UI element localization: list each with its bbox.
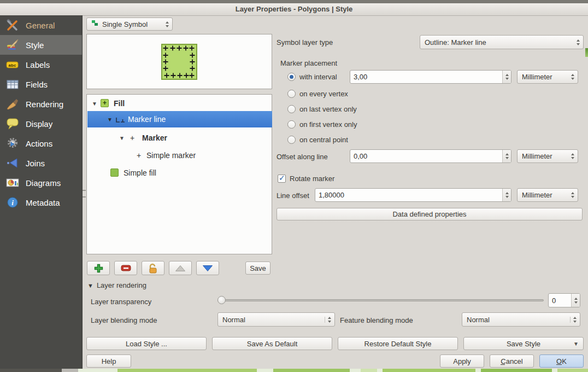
cancel-button[interactable]: Cancel bbox=[490, 354, 534, 368]
placement-option-first-vertex[interactable]: on first vertex only bbox=[287, 119, 357, 130]
tree-row-fill[interactable]: ▼ + Fill bbox=[87, 96, 272, 111]
interval-unit-combo[interactable]: Millimeter bbox=[517, 70, 578, 84]
offset-unit-combo[interactable]: Millimeter bbox=[517, 149, 578, 163]
radio-icon[interactable] bbox=[287, 90, 296, 98]
interval-input[interactable] bbox=[350, 71, 502, 83]
symbol-layer-type-combo[interactable]: Outline: Marker line bbox=[420, 35, 584, 49]
tree-row-label: Simple marker bbox=[146, 151, 196, 160]
data-defined-properties-button[interactable]: Data defined properties bbox=[277, 208, 583, 220]
radio-icon[interactable] bbox=[287, 105, 296, 113]
layer-properties-dialog: Layer Properties - Polygons | Style Gene… bbox=[0, 0, 588, 372]
placement-option-label: on every vertex bbox=[299, 90, 348, 98]
help-button[interactable]: Help bbox=[86, 354, 131, 368]
placement-option-central-point[interactable]: on central point bbox=[287, 134, 348, 145]
checkbox-icon[interactable] bbox=[278, 175, 286, 183]
expander-icon[interactable]: ▼ bbox=[119, 135, 125, 141]
save-as-default-label: Save As Default bbox=[247, 340, 298, 348]
expander-icon[interactable]: ▼ bbox=[92, 101, 97, 107]
placement-option-every-vertex[interactable]: on every vertex bbox=[287, 88, 348, 99]
remove-symbol-layer-button[interactable] bbox=[114, 261, 137, 275]
layer-transparency-label: Layer transparency bbox=[91, 298, 151, 306]
placement-option-with-interval[interactable]: with interval bbox=[287, 71, 337, 82]
sidebar-item-display[interactable]: Display bbox=[0, 114, 82, 133]
tree-row-simple-marker[interactable]: + Simple marker bbox=[87, 147, 272, 164]
sidebar-item-style[interactable]: Style bbox=[0, 35, 82, 55]
transparency-slider-track[interactable] bbox=[217, 299, 544, 301]
move-layer-up-button[interactable] bbox=[169, 261, 192, 275]
titlebar[interactable]: Layer Properties - Polygons | Style bbox=[0, 3, 588, 16]
combo-arrows-icon bbox=[571, 74, 574, 80]
offset-unit-value: Millimeter bbox=[522, 152, 569, 160]
offset-along-line-field[interactable] bbox=[350, 149, 511, 163]
transparency-input[interactable] bbox=[549, 294, 571, 307]
sidebar-item-general[interactable]: General bbox=[0, 15, 82, 35]
ok-button[interactable]: OK bbox=[539, 354, 584, 368]
lock-layer-button[interactable] bbox=[142, 261, 164, 275]
feature-blending-mode-combo[interactable]: Normal bbox=[462, 312, 580, 327]
rotate-marker-checkbox[interactable]: Rotate marker bbox=[278, 173, 334, 184]
interval-field[interactable] bbox=[350, 70, 511, 84]
line-offset-label: Line offset bbox=[277, 191, 309, 200]
radio-icon[interactable] bbox=[287, 120, 296, 129]
interval-spinner[interactable] bbox=[502, 71, 511, 83]
rotate-marker-label: Rotate marker bbox=[290, 175, 334, 183]
add-icon bbox=[94, 264, 103, 273]
splitter-grip[interactable] bbox=[83, 190, 86, 197]
load-style-button[interactable]: Load Style ... bbox=[86, 337, 207, 350]
restore-default-style-button[interactable]: Restore Default Style bbox=[338, 337, 458, 350]
line-offset-unit-combo[interactable]: Millimeter bbox=[517, 188, 578, 202]
speech-bubble-icon bbox=[5, 117, 20, 130]
tree-row-marker[interactable]: ▼ + Marker bbox=[87, 130, 272, 146]
expander-icon[interactable]: ▼ bbox=[107, 117, 113, 123]
offset-spinner[interactable] bbox=[502, 150, 511, 162]
layer-rendering-header[interactable]: ▼Layer rendering bbox=[87, 281, 146, 289]
ok-label: OK bbox=[556, 357, 567, 365]
feature-blending-value: Normal bbox=[467, 316, 568, 324]
transparency-slider-handle[interactable] bbox=[217, 296, 226, 304]
placement-option-label: on first vertex only bbox=[299, 120, 357, 129]
down-arrow-icon bbox=[202, 265, 213, 272]
combo-arrows-icon bbox=[571, 192, 574, 198]
placement-option-last-vertex[interactable]: on last vertex only bbox=[287, 103, 357, 114]
cancel-label: Cancel bbox=[501, 357, 522, 365]
simple-fill-icon bbox=[110, 168, 119, 177]
interval-unit-value: Millimeter bbox=[522, 73, 569, 81]
radio-icon[interactable] bbox=[287, 136, 296, 144]
sidebar-item-label: Style bbox=[26, 40, 44, 50]
move-layer-down-button[interactable] bbox=[196, 261, 219, 275]
line-offset-field[interactable] bbox=[315, 188, 511, 202]
marker-line-icon bbox=[116, 117, 125, 123]
renderer-value: Single Symbol bbox=[102, 20, 163, 28]
sidebar-item-diagrams[interactable]: Diagrams bbox=[0, 173, 82, 193]
sidebar-item-label: Fields bbox=[26, 80, 48, 89]
tree-row-simple-fill[interactable]: Simple fill bbox=[87, 165, 272, 181]
collapse-arrow-icon: ▼ bbox=[87, 282, 93, 289]
sidebar-item-fields[interactable]: Fields bbox=[0, 74, 82, 94]
save-symbol-label: Save bbox=[250, 264, 266, 272]
sidebar-item-joins[interactable]: Joins bbox=[0, 153, 82, 173]
sidebar-item-metadata[interactable]: i Metadata bbox=[0, 193, 82, 212]
sidebar-item-actions[interactable]: Actions bbox=[0, 133, 82, 153]
tree-row-label: Marker line bbox=[128, 115, 166, 124]
sidebar-item-labels[interactable]: abc Labels bbox=[0, 55, 82, 74]
info-icon: i bbox=[5, 196, 20, 209]
sidebar-item-rendering[interactable]: Rendering bbox=[0, 94, 82, 114]
apply-button[interactable]: Apply bbox=[440, 354, 484, 368]
dropdown-arrow-icon: ▼ bbox=[573, 341, 579, 347]
layer-blending-mode-combo[interactable]: Normal bbox=[217, 312, 335, 327]
save-as-default-button[interactable]: Save As Default bbox=[212, 337, 332, 350]
tree-row-marker-line[interactable]: ▼ Marker line bbox=[87, 111, 272, 127]
transparency-field[interactable] bbox=[548, 293, 580, 307]
line-offset-spinner[interactable] bbox=[502, 189, 511, 201]
transparency-spinner[interactable] bbox=[571, 294, 580, 307]
add-symbol-layer-button[interactable] bbox=[87, 261, 110, 275]
line-offset-input[interactable] bbox=[315, 189, 502, 201]
radio-icon[interactable] bbox=[287, 73, 296, 81]
save-style-menu-button[interactable]: Save Style ▼ bbox=[463, 337, 584, 350]
save-symbol-button[interactable]: Save bbox=[245, 261, 271, 275]
abc-tag-icon: abc bbox=[5, 58, 20, 71]
gear-icon bbox=[5, 137, 20, 150]
symbol-preview-panel bbox=[86, 34, 272, 89]
renderer-combo[interactable]: Single Symbol bbox=[86, 18, 173, 31]
offset-along-line-input[interactable] bbox=[350, 150, 502, 162]
